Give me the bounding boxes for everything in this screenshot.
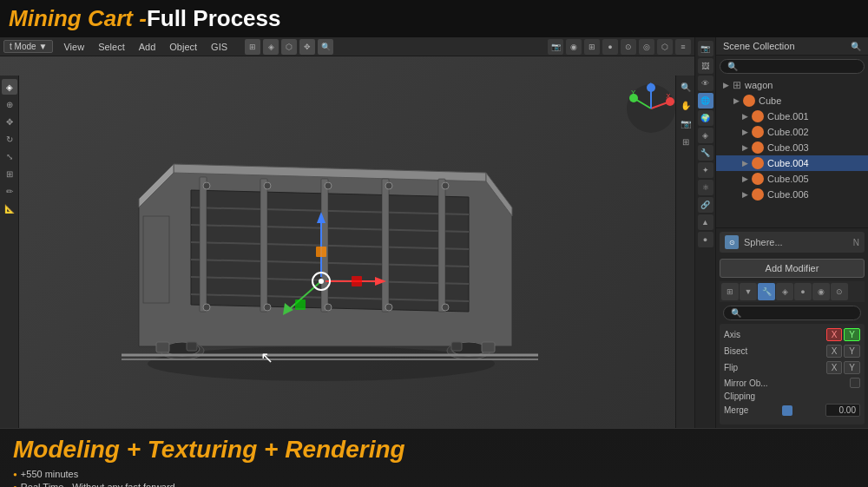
prop-icon-modifier[interactable]: 🔧 [698,145,713,161]
prop-tab-5[interactable]: ● [794,283,812,300]
prop-icon-data[interactable]: ▲ [698,214,713,230]
outliner-item-cube002[interactable]: ▶ Cube.002 [716,124,868,140]
tool-select[interactable]: ◈ [2,79,17,95]
menu-gis[interactable]: GIS [207,41,231,53]
header-icon-extra1[interactable]: ⬡ [657,39,673,55]
prop-tab-2[interactable]: ▼ [740,283,757,300]
cube006-mesh-icon [752,188,764,201]
outliner-item-cube006[interactable]: ▶ Cube.006 [716,187,868,202]
tool-transform[interactable]: ⊞ [2,166,17,181]
properties-search-icon: 🔍 [731,308,741,318]
cube002-mesh-icon [752,126,764,138]
menu-select[interactable]: Select [95,41,128,53]
dot-1: ● [13,484,17,488]
mini-tool-grid[interactable]: ⊞ [678,134,694,149]
header-icon-overlay[interactable]: ⊙ [621,39,636,55]
prop-icon-render[interactable]: 📷 [698,41,713,56]
menu-object[interactable]: Object [166,41,201,53]
header-icon-cam[interactable]: 📷 [548,39,563,55]
viewport[interactable]: t Mode ▼ View Select Add Object GIS ⊞ ◈ … [0,37,694,428]
scene-area[interactable]: ◈ ⊕ ✥ ↻ ⤡ ⊞ ✏ 📐 [0,56,694,428]
modifier-expand[interactable]: N [853,238,859,247]
outliner-item-cube004[interactable]: ▶ Cube.004 [716,155,868,171]
header-icon-sphere[interactable]: ◉ [566,39,582,55]
prop-tab-7[interactable]: ⊙ [831,283,848,300]
header-icon-xray[interactable]: ◎ [639,39,654,55]
axis-y-btn[interactable]: Y [844,328,860,341]
bisect-x-btn[interactable]: X [826,345,843,358]
mirror-merge-checkbox[interactable] [782,405,792,416]
outliner-search[interactable]: 🔍 [720,59,865,74]
cart-svg [69,95,590,390]
outliner-item-cube005[interactable]: ▶ Cube.005 [716,171,868,187]
prop-icon-physics[interactable]: ⚛ [698,180,713,195]
mirror-obj-field[interactable] [850,378,860,388]
svg-point-30 [442,304,449,311]
cube003-label: Cube.003 [767,142,809,153]
left-toolbar: ◈ ⊕ ✥ ↻ ⤡ ⊞ ✏ 📐 [0,76,19,428]
toolbar-icon-4[interactable]: ✥ [299,39,315,55]
prop-icon-particles[interactable]: ✦ [698,162,713,178]
mirror-flip-row: Flip X Y [724,361,860,374]
axis-x-btn[interactable]: X [826,328,843,341]
menu-add[interactable]: Add [135,41,160,53]
toolbar-icon-2[interactable]: ◈ [263,39,279,55]
mirror-merge-value[interactable]: 0.00 [825,404,860,417]
prop-icon-scene[interactable]: 🌐 [698,93,713,109]
modifier-sphere-item[interactable]: ⊙ Sphere... N [720,232,865,253]
mode-selector[interactable]: t Mode ▼ [3,40,53,53]
cube005-label: Cube.005 [767,174,809,184]
prop-tab-modifier[interactable]: 🔧 [758,283,775,300]
toolbar-icon-1[interactable]: ⊞ [245,39,260,55]
wagon-label: wagon [745,80,773,90]
prop-icon-material[interactable]: ● [698,232,713,247]
bisect-y-btn[interactable]: Y [844,345,860,358]
prop-tab-6[interactable]: ◉ [812,283,830,300]
properties-search[interactable]: 🔍 [723,306,861,320]
prop-icon-object[interactable]: ◈ [698,128,713,143]
cube002-label: Cube.002 [767,127,809,137]
cube006-label: Cube.006 [767,189,809,200]
info-text-0: +550 minutes [21,469,78,479]
outliner-item-wagon[interactable]: ▶ ⊞ wagon [716,77,868,93]
prop-tab-4[interactable]: ◈ [776,283,793,300]
tool-move[interactable]: ✥ [2,114,17,129]
cube-arrow: ▶ [733,96,740,105]
prop-icon-world[interactable]: 🌍 [698,110,713,126]
mirror-obj-label: Mirror Ob... [724,378,768,388]
svg-point-26 [325,304,332,311]
tool-rotate[interactable]: ↻ [2,131,17,147]
header-icon-shading[interactable]: ● [602,39,618,55]
svg-point-23 [264,182,271,189]
svg-point-29 [442,182,449,189]
right-sidebar: 📷 🖼 👁 🌐 🌍 ◈ 🔧 ✦ ⚛ 🔗 ▲ ● Scene Collection… [694,37,868,428]
mini-tool-hand[interactable]: ✋ [678,97,694,113]
menu-view[interactable]: View [60,41,88,53]
outliner-item-cube[interactable]: ▶ Cube [716,93,868,109]
prop-icon-output[interactable]: 🖼 [698,58,713,74]
properties-panel: ⊙ Sphere... N Add Modifier ⊞ ▼ 🔧 ◈ ● ◉ [716,228,868,428]
tool-cursor[interactable]: ⊕ [2,96,17,112]
tool-measure[interactable]: 📐 [2,201,17,216]
wagon-collection-icon: ⊞ [733,79,741,91]
tool-annotate[interactable]: ✏ [2,183,17,199]
mini-tool-zoom-in[interactable]: 🔍 [678,79,694,95]
header-icon-extra2[interactable]: ≡ [675,39,691,55]
prop-icon-view[interactable]: 👁 [698,76,713,91]
outliner-item-cube001[interactable]: ▶ Cube.001 [716,109,868,124]
flip-x-btn[interactable]: X [826,361,843,374]
flip-y-btn[interactable]: Y [844,361,860,374]
mirror-axis-label: Axis [724,330,740,339]
tool-scale[interactable]: ⤡ [2,148,17,164]
mini-tool-camera[interactable]: 📷 [678,115,694,131]
header-icon-grid[interactable]: ⊞ [584,39,600,55]
toolbar-icon-3[interactable]: ⬡ [281,39,297,55]
toolbar-icon-5[interactable]: 🔍 [318,39,333,55]
viewport-gizmo[interactable]: X Y Z [625,82,677,135]
prop-icon-constraints[interactable]: 🔗 [698,197,713,213]
add-modifier-button[interactable]: Add Modifier [720,259,865,278]
prop-tab-1[interactable]: ⊞ [721,283,739,300]
outliner-item-cube003[interactable]: ▶ Cube.003 [716,140,868,155]
header-icons: 📷 ◉ ⊞ ● ⊙ ◎ ⬡ ≡ [548,39,691,55]
svg-text:Y: Y [631,89,636,96]
